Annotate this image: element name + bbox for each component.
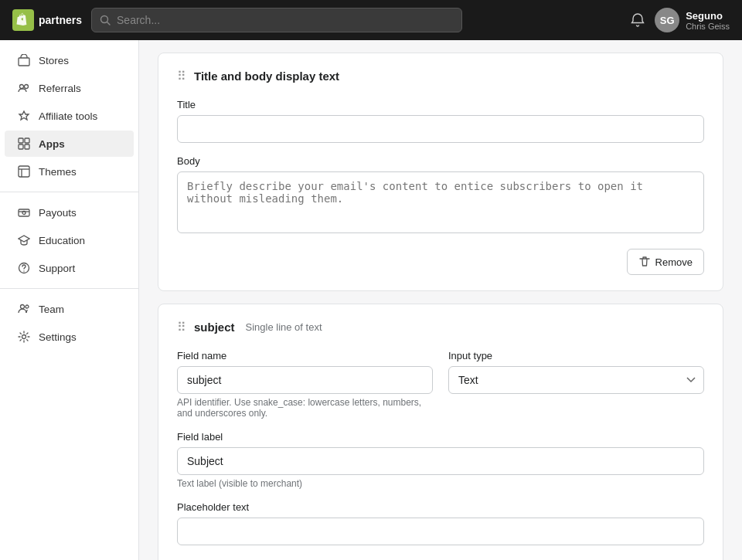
body-textarea[interactable] [177, 171, 704, 233]
sidebar-label-settings: Settings [39, 331, 77, 343]
title-body-card: ⠿ Title and body display text Title Body… [158, 53, 723, 291]
team-icon [17, 302, 31, 316]
sidebar-label-referrals: Referrals [39, 83, 81, 94]
field-label-hint: Text label (visible to merchant) [177, 478, 704, 489]
user-menu-button[interactable]: SG Seguno Chris Geiss [655, 8, 730, 32]
placeholder-text-group: Placeholder text [177, 501, 704, 545]
sidebar-item-themes[interactable]: Themes [5, 158, 134, 185]
main-content: ⠿ Title and body display text Title Body… [139, 40, 742, 560]
support-icon [17, 261, 31, 275]
sidebar-item-apps[interactable]: Apps [5, 131, 134, 157]
subject-card-subtitle: Single line of text [246, 321, 322, 333]
avatar: SG [655, 8, 679, 32]
user-name: Seguno [686, 10, 730, 22]
title-label: Title [177, 99, 704, 110]
notification-bell-button[interactable] [630, 12, 645, 28]
shopify-logo-icon [12, 9, 34, 31]
user-sub: Chris Geiss [686, 22, 730, 31]
search-box[interactable] [91, 8, 462, 32]
sidebar-item-referrals[interactable]: Referrals [5, 75, 134, 101]
logo: partners [12, 9, 82, 31]
subject-card-title: subject [194, 321, 235, 334]
sidebar-label-education: Education [39, 235, 85, 246]
subject-card-header: ⠿ subject Single line of text [177, 320, 704, 334]
sidebar-item-affiliate-tools[interactable]: Affiliate tools [5, 103, 134, 129]
svg-rect-11 [19, 209, 29, 216]
sidebar-label-support: Support [39, 263, 75, 274]
input-type-select[interactable]: Text Email Number URL Phone [448, 366, 704, 394]
remove-label: Remove [655, 256, 693, 268]
sidebar-item-support[interactable]: Support [5, 255, 134, 281]
sidebar-item-education[interactable]: Education [5, 227, 134, 253]
body-label: Body [177, 155, 704, 167]
sidebar-label-stores: Stores [39, 55, 69, 66]
search-icon [100, 15, 111, 25]
input-type-label: Input type [448, 350, 704, 361]
svg-point-4 [20, 85, 24, 89]
sidebar-divider-2 [0, 288, 138, 289]
remove-button[interactable]: Remove [627, 249, 704, 275]
user-info: Seguno Chris Geiss [686, 10, 730, 31]
sidebar-item-stores[interactable]: Stores [5, 47, 134, 73]
themes-icon [17, 165, 31, 178]
field-name-input[interactable] [177, 366, 433, 394]
card-header: ⠿ Title and body display text [177, 69, 704, 83]
title-form-group: Title [177, 99, 704, 143]
settings-icon [17, 330, 31, 344]
sidebar: Stores Referrals Affiliate tools Apps Th… [0, 40, 139, 560]
education-icon [17, 233, 31, 247]
apps-icon [17, 137, 31, 151]
trash-icon [638, 256, 651, 268]
svg-point-14 [23, 270, 24, 271]
svg-point-17 [22, 335, 26, 339]
sidebar-label-apps: Apps [39, 138, 65, 150]
svg-point-15 [21, 305, 25, 309]
card-title: Title and body display text [194, 70, 339, 83]
field-name-group: Field name API identifier. Use snake_cas… [177, 350, 433, 419]
svg-rect-3 [19, 58, 29, 66]
sidebar-label-themes: Themes [39, 166, 77, 178]
sidebar-label-payouts: Payouts [39, 207, 77, 219]
svg-rect-10 [19, 166, 29, 177]
sidebar-item-settings[interactable]: Settings [5, 324, 134, 350]
store-icon [17, 53, 31, 67]
placeholder-text-input[interactable] [177, 518, 704, 545]
topnav: partners SG Seguno Chris Geiss [0, 0, 742, 40]
subject-card: ⠿ subject Single line of text Field name… [158, 304, 723, 560]
svg-rect-9 [25, 144, 29, 149]
field-label-group: Field label Text label (visible to merch… [177, 431, 704, 489]
card-actions: Remove [177, 249, 704, 275]
field-name-label: Field name [177, 350, 433, 361]
svg-point-5 [25, 85, 29, 89]
input-type-group: Input type Text Email Number URL Phone [448, 350, 704, 419]
svg-rect-6 [19, 138, 23, 143]
subject-two-col: Field name API identifier. Use snake_cas… [177, 350, 704, 431]
topnav-right: SG Seguno Chris Geiss [630, 8, 730, 32]
subject-drag-handle-icon[interactable]: ⠿ [177, 320, 186, 334]
svg-point-16 [26, 305, 29, 308]
sidebar-label-team: Team [39, 304, 64, 315]
search-input[interactable] [117, 14, 454, 26]
referrals-icon [17, 81, 31, 95]
svg-line-2 [107, 22, 111, 25]
bell-icon [630, 12, 645, 28]
placeholder-text-label: Placeholder text [177, 501, 704, 513]
field-name-hint: API identifier. Use snake_case: lowercas… [177, 397, 433, 419]
sidebar-item-payouts[interactable]: Payouts [5, 199, 134, 226]
sidebar-label-affiliate-tools: Affiliate tools [39, 110, 97, 122]
title-input[interactable] [177, 115, 704, 143]
body-form-group: Body [177, 155, 704, 236]
svg-rect-7 [25, 138, 29, 143]
payouts-icon [17, 205, 31, 219]
sidebar-divider-1 [0, 192, 138, 192]
field-label-input[interactable] [177, 447, 704, 475]
svg-rect-8 [19, 144, 23, 149]
drag-handle-icon[interactable]: ⠿ [177, 69, 186, 83]
affiliate-icon [17, 109, 31, 123]
sidebar-item-team[interactable]: Team [5, 296, 134, 322]
layout: Stores Referrals Affiliate tools Apps Th… [0, 40, 742, 560]
field-label-label: Field label [177, 431, 704, 443]
logo-text: partners [39, 14, 82, 26]
